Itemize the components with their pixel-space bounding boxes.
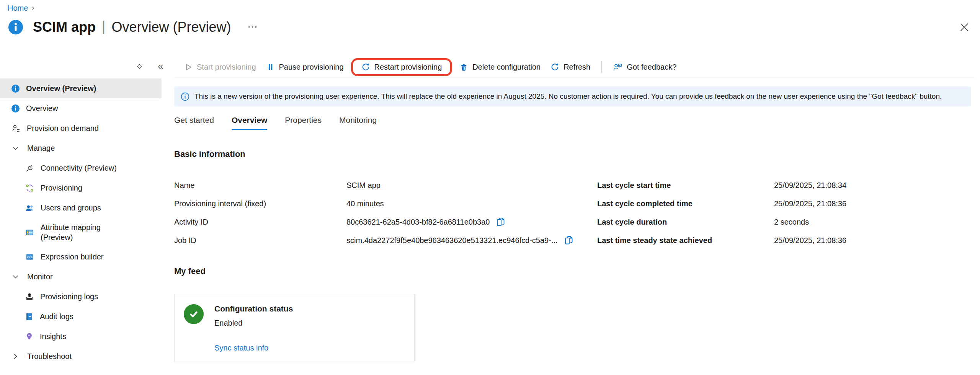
got-feedback-button[interactable]: Got feedback? — [608, 63, 681, 72]
sidebar-item-users-and-groups[interactable]: Users and groups — [0, 198, 162, 218]
activity-id-value: 80c63621-62a5-4d03-bf82-6a6811e0b3a0 — [346, 218, 490, 227]
sidebar-section-manage[interactable]: Manage — [0, 138, 162, 158]
sidebar-item-label: Provisioning logs — [40, 292, 98, 301]
sync-status-info-link[interactable]: Sync status info — [214, 344, 268, 352]
card-body: Configuration status Enabled Sync status… — [214, 304, 293, 352]
info-value: 25/09/2025, 21:08:36 — [774, 194, 980, 213]
info-banner: This is a new version of the provisionin… — [174, 86, 971, 106]
blade-content: This is a new version of the provisionin… — [174, 78, 980, 362]
info-label: Name — [174, 176, 346, 194]
table-icon — [25, 228, 34, 237]
info-value: 25/09/2025, 21:08:36 — [774, 231, 980, 249]
tab-bar: Get started Overview Properties Monitori… — [174, 116, 980, 130]
chevron-down-icon — [12, 274, 19, 280]
copy-job-id-button[interactable] — [564, 235, 574, 245]
tab-properties[interactable]: Properties — [285, 116, 322, 130]
tab-monitoring[interactable]: Monitoring — [339, 116, 377, 130]
start-provisioning-button[interactable]: Start provisioning — [179, 63, 261, 72]
breadcrumb-home-link[interactable]: Home — [8, 4, 28, 13]
refresh-icon — [550, 63, 559, 72]
sidebar-item-label: Insights — [40, 332, 66, 341]
info-label: Provisioning interval (fixed) — [174, 194, 346, 213]
app-name: SCIM app — [33, 19, 96, 35]
sidebar-item-attribute-mapping-preview[interactable]: Attribute mapping(Preview) — [0, 218, 162, 247]
sidebar-item-label: Audit logs — [40, 312, 74, 321]
info-value: 40 minutes — [346, 194, 597, 213]
sidebar-item-insights[interactable]: Insights — [0, 326, 162, 346]
copy-icon — [496, 217, 506, 227]
code-icon: </> — [25, 253, 34, 261]
sidebar-item-provisioning-logs[interactable]: Provisioning logs — [0, 287, 162, 307]
card-title: Configuration status — [214, 304, 293, 313]
restart-annotation-highlight: Restart provisioning — [351, 58, 452, 76]
status-value: Enabled — [214, 319, 293, 328]
copy-activity-id-button[interactable] — [496, 217, 506, 227]
button-label: Start provisioning — [197, 63, 256, 72]
copy-icon — [564, 235, 574, 245]
info-value: 80c63621-62a5-4d03-bf82-6a6811e0b3a0 — [346, 213, 597, 231]
tab-overview[interactable]: Overview — [232, 116, 267, 130]
button-label: Refresh — [564, 63, 590, 72]
info-value: 2 seconds — [774, 213, 980, 231]
person-log-icon — [25, 292, 34, 301]
resize-handle-icon[interactable] — [137, 64, 142, 70]
basic-information-heading: Basic information — [174, 149, 980, 159]
page-title: SCIM app | Overview (Preview) — [33, 19, 231, 35]
delete-configuration-button[interactable]: Delete configuration — [454, 63, 546, 72]
info-value: SCIM app — [346, 176, 597, 194]
info-value: scim.4da2272f9f5e40be963463620e513321.ec… — [346, 231, 597, 249]
more-options-icon[interactable]: … — [247, 18, 258, 30]
breadcrumb: Home › — [8, 4, 34, 13]
breadcrumb-chevron-icon: › — [32, 4, 34, 12]
close-icon — [959, 22, 969, 32]
plug-icon — [25, 164, 34, 173]
provisioning-sync-icon — [25, 184, 34, 192]
restart-provisioning-button[interactable]: Restart provisioning — [356, 63, 447, 72]
sidebar-section-troubleshoot[interactable]: Troubleshoot — [0, 346, 162, 366]
sidebar-item-label: Expression builder — [41, 253, 104, 261]
sidebar-item-audit-logs[interactable]: Audit logs — [0, 307, 162, 326]
status-success-icon — [184, 304, 204, 324]
sidebar-item-label: Attribute mapping(Preview) — [41, 222, 101, 242]
info-circle-icon — [11, 104, 20, 112]
sidebar-section-label: Manage — [27, 144, 55, 153]
sidebar-item-label: Overview (Preview) — [26, 84, 96, 93]
app-info-badge-icon — [8, 20, 23, 34]
person-sync-icon — [11, 124, 20, 132]
button-label: Pause provisioning — [279, 63, 344, 72]
sidebar-item-connectivity-preview[interactable]: Connectivity (Preview) — [0, 158, 162, 178]
sidebar-section-monitor[interactable]: Monitor — [0, 267, 162, 287]
sidebar-item-provision-on-demand[interactable]: Provision on demand — [0, 118, 162, 138]
tab-get-started[interactable]: Get started — [174, 116, 214, 130]
sidebar-item-provisioning[interactable]: Provisioning — [0, 178, 162, 198]
pause-icon — [266, 63, 275, 72]
configuration-status-card: Configuration status Enabled Sync status… — [174, 294, 415, 362]
menu-controls: « — [0, 62, 174, 72]
pause-provisioning-button[interactable]: Pause provisioning — [261, 63, 349, 72]
feedback-icon — [613, 63, 622, 72]
sidebar-item-label: Connectivity (Preview) — [41, 164, 117, 173]
basic-information-grid: Name SCIM app Last cycle start time 25/0… — [174, 176, 980, 249]
collapse-menu-button[interactable]: « — [158, 61, 163, 72]
blade-title: Overview (Preview) — [111, 19, 231, 35]
info-label: Job ID — [174, 231, 346, 249]
banner-text: This is a new version of the provisionin… — [194, 92, 942, 101]
info-label: Last time steady state achieved — [597, 231, 774, 249]
info-value: 25/09/2025, 21:08:34 — [774, 176, 980, 194]
lightbulb-icon — [25, 332, 33, 341]
chevron-right-icon — [12, 353, 19, 360]
chevron-down-icon — [12, 145, 19, 152]
sidebar-item-expression-builder[interactable]: </> Expression builder — [0, 247, 162, 267]
info-label: Activity ID — [174, 213, 346, 231]
command-bar: « Start provisioning Pause provisioning … — [0, 57, 980, 77]
svg-text:</>: </> — [27, 255, 33, 259]
sidebar-item-label: Provision on demand — [27, 124, 99, 133]
restart-icon — [361, 63, 370, 72]
trash-icon — [459, 63, 468, 72]
sidebar-item-overview[interactable]: Overview — [0, 98, 162, 118]
close-blade-button[interactable] — [959, 22, 969, 32]
refresh-button[interactable]: Refresh — [546, 63, 595, 72]
sidebar-item-overview-preview[interactable]: Overview (Preview) — [0, 78, 162, 98]
button-label: Restart provisioning — [374, 63, 442, 72]
blade-menu: Overview (Preview) Overview Provision on… — [0, 78, 165, 366]
